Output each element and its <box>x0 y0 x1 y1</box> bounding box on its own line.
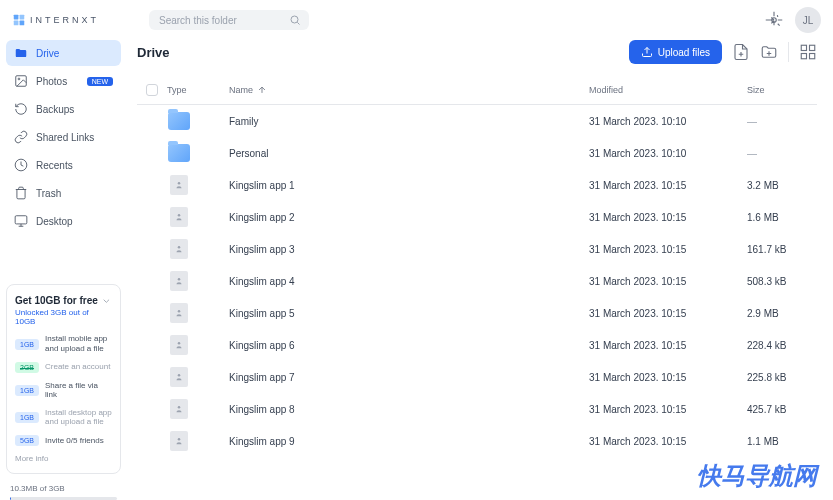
table-row[interactable]: Kingslim app 531 March 2023. 10:152.9 MB <box>137 297 817 329</box>
search-icon <box>289 14 301 26</box>
file-icon <box>170 303 188 323</box>
svg-rect-10 <box>801 45 806 50</box>
promo-header: Get 10GB for free Unlocked 3GB out of 10… <box>15 295 112 326</box>
nav-label: Desktop <box>36 216 73 227</box>
nav-label: Trash <box>36 188 61 199</box>
table-row[interactable]: Kingslim app 331 March 2023. 10:15161.7 … <box>137 233 817 265</box>
brand-text: INTERNXT <box>30 15 99 25</box>
task-text: Invite 0/5 friends <box>45 436 104 446</box>
row-type <box>167 239 229 259</box>
row-modified: 31 March 2023. 10:15 <box>589 372 747 383</box>
nav-photos[interactable]: Photos NEW <box>6 68 121 94</box>
task-badge: 1GB <box>15 412 39 423</box>
action-bar: Upload files <box>629 40 817 64</box>
row-modified: 31 March 2023. 10:15 <box>589 436 747 447</box>
clock-icon <box>14 158 28 172</box>
promo-title: Get 10GB for free <box>15 295 101 306</box>
col-modified-header[interactable]: Modified <box>589 85 747 95</box>
search-container <box>149 10 309 31</box>
row-modified: 31 March 2023. 10:15 <box>589 340 747 351</box>
row-modified: 31 March 2023. 10:15 <box>589 308 747 319</box>
task-item: 1GB Share a file via link <box>15 381 112 400</box>
main-content: Drive Upload files Type Name Modified Si… <box>127 40 833 500</box>
file-icon <box>170 271 188 291</box>
header-right: JL <box>765 7 821 33</box>
row-type <box>167 399 229 419</box>
row-modified: 31 March 2023. 10:15 <box>589 404 747 415</box>
page-title: Drive <box>137 45 170 60</box>
svg-point-19 <box>178 342 181 345</box>
nav-backups[interactable]: Backups <box>6 96 121 122</box>
upload-button[interactable]: Upload files <box>629 40 722 64</box>
file-icon <box>170 399 188 419</box>
nav-desktop[interactable]: Desktop <box>6 208 121 234</box>
nav-drive[interactable]: Drive <box>6 40 121 66</box>
nav-recents[interactable]: Recents <box>6 152 121 178</box>
task-text: Share a file via link <box>45 381 112 400</box>
task-text: Create an account <box>45 362 110 372</box>
sort-asc-icon <box>257 85 267 95</box>
svg-point-14 <box>178 182 181 185</box>
row-size: 3.2 MB <box>747 180 817 191</box>
select-all-checkbox[interactable] <box>146 84 158 96</box>
table-row[interactable]: Personal31 March 2023. 10:10— <box>137 137 817 169</box>
table-row[interactable]: Family31 March 2023. 10:10— <box>137 105 817 137</box>
more-info-link[interactable]: More info <box>15 454 112 463</box>
col-size-header[interactable]: Size <box>747 85 817 95</box>
svg-point-17 <box>178 278 181 281</box>
svg-rect-11 <box>810 45 815 50</box>
trash-icon <box>14 186 28 200</box>
svg-point-18 <box>178 310 181 313</box>
svg-rect-13 <box>810 54 815 59</box>
new-file-icon[interactable] <box>732 43 750 61</box>
desktop-icon <box>14 214 28 228</box>
task-item: 2GB Create an account <box>15 362 112 373</box>
table-row[interactable]: Kingslim app 231 March 2023. 10:151.6 MB <box>137 201 817 233</box>
file-icon <box>170 175 188 195</box>
nav-label: Recents <box>36 160 73 171</box>
settings-icon[interactable] <box>765 11 783 29</box>
folder-icon <box>168 112 190 130</box>
new-folder-icon[interactable] <box>760 43 778 61</box>
table-row[interactable]: Kingslim app 831 March 2023. 10:15425.7 … <box>137 393 817 425</box>
usage-text: 10.3MB of 3GB <box>10 484 65 493</box>
table-row[interactable]: Kingslim app 431 March 2023. 10:15508.3 … <box>137 265 817 297</box>
row-modified: 31 March 2023. 10:15 <box>589 212 747 223</box>
row-type <box>167 303 229 323</box>
row-name: Kingslim app 5 <box>229 308 589 319</box>
table-row[interactable]: Kingslim app 731 March 2023. 10:15225.8 … <box>137 361 817 393</box>
svg-rect-12 <box>801 54 806 59</box>
promo-subtitle: Unlocked 3GB out of 10GB <box>15 308 101 326</box>
nav-shared-links[interactable]: Shared Links <box>6 124 121 150</box>
brand-icon <box>12 13 26 27</box>
grid-view-icon[interactable] <box>799 43 817 61</box>
upload-icon <box>641 46 653 58</box>
folder-icon <box>14 46 28 60</box>
svg-rect-9 <box>15 216 27 224</box>
row-name: Kingslim app 2 <box>229 212 589 223</box>
user-avatar[interactable]: JL <box>795 7 821 33</box>
nav-label: Drive <box>36 48 59 59</box>
layout: Drive Photos NEW Backups Shared Links Re… <box>0 40 833 500</box>
page-header: Drive Upload files <box>137 40 817 64</box>
divider <box>788 42 789 62</box>
row-modified: 31 March 2023. 10:15 <box>589 180 747 191</box>
row-name: Kingslim app 9 <box>229 436 589 447</box>
storage-usage: 10.3MB of 3GB <box>6 484 121 500</box>
chevron-down-icon[interactable] <box>101 295 112 307</box>
search-input[interactable] <box>149 10 309 30</box>
link-icon <box>14 130 28 144</box>
table-row[interactable]: Kingslim app 631 March 2023. 10:15228.4 … <box>137 329 817 361</box>
col-name-header[interactable]: Name <box>229 85 589 95</box>
nav-trash[interactable]: Trash <box>6 180 121 206</box>
table-row[interactable]: Kingslim app 131 March 2023. 10:153.2 MB <box>137 169 817 201</box>
col-type-header[interactable]: Type <box>167 85 229 95</box>
row-name: Kingslim app 6 <box>229 340 589 351</box>
task-badge: 2GB <box>15 362 39 373</box>
row-size: 1.6 MB <box>747 212 817 223</box>
row-size: 425.7 kB <box>747 404 817 415</box>
svg-point-16 <box>178 246 181 249</box>
table-row[interactable]: Kingslim app 931 March 2023. 10:151.1 MB <box>137 425 817 457</box>
row-type <box>167 111 229 131</box>
svg-point-15 <box>178 214 181 217</box>
